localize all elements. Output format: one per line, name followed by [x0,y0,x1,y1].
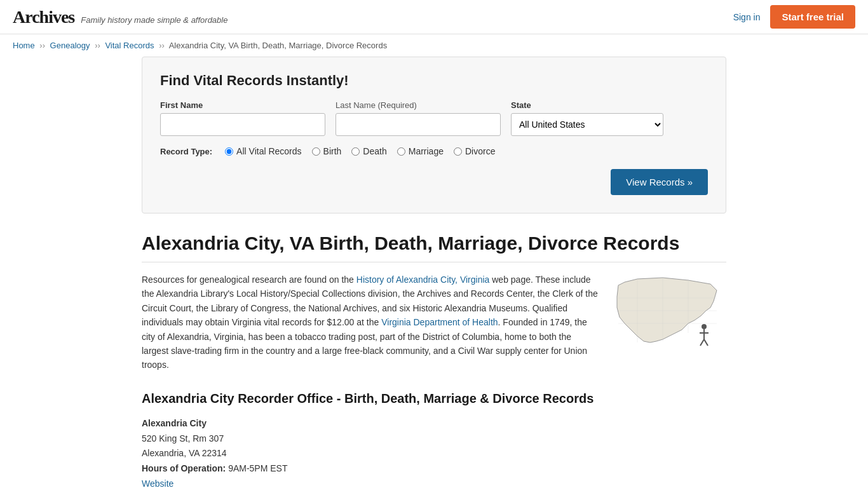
radio-all-vital[interactable]: All Vital Records [225,146,301,156]
office-address2: Alexandria, VA 22314 [142,446,726,461]
state-select[interactable]: All United StatesAlabamaAlaskaArizonaArk… [511,113,663,136]
sign-in-link[interactable]: Sign in [733,12,761,22]
radio-birth[interactable]: Birth [312,146,342,156]
logo-area: Archives Family history made simple & af… [13,7,227,27]
breadcrumb-genealogy[interactable]: Genealogy [50,41,90,50]
header: Archives Family history made simple & af… [0,0,868,34]
radio-birth-input[interactable] [312,147,320,156]
breadcrumb-sep1: ›› [39,41,45,50]
desc-p1: Resources for genealogical research are … [142,274,356,285]
search-btn-row: View Records » [160,169,708,195]
virginia-map-svg [612,273,726,355]
hours-value: 9AM-5PM EST [228,463,287,473]
office-info: Alexandria City 520 King St, Rm 307 Alex… [142,416,726,488]
page-title: Alexandria City, VA Birth, Death, Marria… [142,233,726,262]
search-heading: Find Vital Records Instantly! [160,72,708,89]
first-name-group: First Name [160,100,325,136]
main-content: Find Vital Records Instantly! First Name… [129,57,739,488]
start-trial-button[interactable]: Start free trial [770,5,855,29]
radio-divorce-input[interactable] [454,147,462,156]
radio-divorce[interactable]: Divorce [454,146,495,156]
virginia-map [612,273,726,372]
view-records-button[interactable]: View Records » [611,169,708,195]
svg-point-6 [702,324,707,329]
logo: Archives [13,7,74,27]
radio-marriage[interactable]: Marriage [397,146,444,156]
svg-line-9 [700,339,704,346]
breadcrumb-sep3: ›› [159,41,165,50]
last-name-group: Last Name (Required) [336,100,501,136]
record-type-label: Record Type: [160,147,212,156]
description-section: Resources for genealogical research are … [142,273,726,372]
header-actions: Sign in Start free trial [733,5,855,29]
map-figure [700,324,709,346]
search-box: Find Vital Records Instantly! First Name… [142,57,726,214]
first-name-input[interactable] [160,113,325,136]
hours-label: Hours of Operation: [142,463,226,473]
svg-line-10 [704,339,708,346]
logo-tagline: Family history made simple & affordable [81,15,227,25]
office-address1: 520 King St, Rm 307 [142,431,726,447]
last-name-input[interactable] [336,113,501,136]
breadcrumb-home[interactable]: Home [13,41,35,50]
radio-death[interactable]: Death [351,146,386,156]
record-type-row: Record Type: All Vital Records Birth Dea… [160,146,708,156]
first-name-label: First Name [160,100,325,110]
breadcrumb-current: Alexandria City, VA Birth, Death, Marria… [169,41,387,50]
breadcrumb-vital-records[interactable]: Vital Records [105,41,154,50]
office-hours: Hours of Operation: 9AM-5PM EST [142,461,726,477]
health-link[interactable]: Virginia Department of Health [381,317,498,327]
form-row-names: First Name Last Name (Required) State Al… [160,100,708,136]
description-paragraph: Resources for genealogical research are … [142,273,599,372]
state-group: State All United StatesAlabamaAlaskaAriz… [511,100,663,136]
radio-death-input[interactable] [351,147,360,156]
description-text: Resources for genealogical research are … [142,273,599,372]
history-link[interactable]: History of Alexandria City, Virginia [356,274,490,285]
breadcrumb-sep2: ›› [95,41,100,50]
radio-all-vital-input[interactable] [225,147,233,156]
last-name-label: Last Name (Required) [336,100,501,110]
recorder-heading: Alexandria City Recorder Office - Birth,… [142,391,726,406]
radio-marriage-input[interactable] [397,147,405,156]
website-link[interactable]: Website [142,478,173,488]
radio-group: All Vital Records Birth Death Marriage D… [225,146,495,156]
state-label: State [511,100,663,110]
breadcrumb: Home ›› Genealogy ›› Vital Records ›› Al… [0,34,868,57]
office-name: Alexandria City [142,416,726,431]
